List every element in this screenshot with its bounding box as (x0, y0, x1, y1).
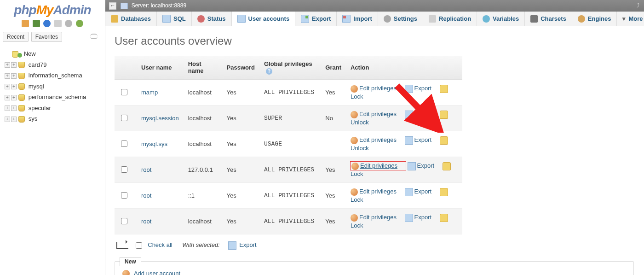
priv-cell: ALL PRIVILEGES (259, 157, 321, 182)
collapse-sidebar-icon[interactable]: ← (109, 2, 116, 10)
expand-icon[interactable]: + (11, 95, 17, 100)
help-icon[interactable] (43, 20, 51, 27)
user-link[interactable]: root (141, 218, 151, 225)
tab-favorites[interactable]: Favorites (31, 32, 62, 42)
user-link[interactable]: mamp (141, 89, 158, 96)
db-tree-item[interactable]: ++ specular (0, 103, 105, 114)
nav-tab-engines[interactable]: Engines (572, 12, 617, 26)
expand-icon[interactable]: + (5, 62, 10, 68)
edit-privileges-link[interactable]: Edit privileges (359, 111, 397, 117)
nav-tab-settings[interactable]: Settings (378, 12, 423, 26)
col-pwd[interactable]: Password (222, 56, 259, 79)
edit-privileges-link[interactable]: Edit privileges (359, 136, 397, 143)
logo[interactable]: phpMyAdmin (0, 3, 105, 18)
lock-icon (440, 111, 448, 119)
host-cell: localhost (184, 79, 222, 105)
lock-link[interactable]: Unlock (351, 145, 369, 152)
expand-icon[interactable]: + (11, 62, 17, 68)
action-cell: Edit privileges Export Unlock (346, 105, 462, 131)
db-tree-item[interactable]: ++ performance_schema (0, 92, 105, 103)
lock-icon (440, 136, 448, 145)
export-selected-link[interactable]: Export (239, 241, 257, 248)
nav-tab-status[interactable]: Status (192, 12, 232, 26)
link-icon[interactable] (90, 34, 98, 39)
users-table: User name Host name Password Global priv… (115, 56, 462, 234)
reload-icon[interactable] (76, 20, 83, 27)
row-checkbox[interactable] (121, 115, 127, 121)
doc-icon[interactable] (54, 20, 62, 27)
action-cell: Edit privileges Export Unlock (346, 131, 462, 157)
nav-tab-more[interactable]: More (617, 12, 644, 26)
lock-link[interactable]: Lock (351, 170, 363, 177)
row-checkbox[interactable] (121, 218, 127, 224)
export-link[interactable]: Export (414, 111, 432, 117)
row-checkbox[interactable] (121, 140, 127, 147)
nav-tab-variables[interactable]: Variables (477, 12, 525, 26)
db-tree-item[interactable]: ++ sys (0, 113, 105, 124)
export-link[interactable]: Export (414, 136, 432, 143)
nav-tab-export[interactable]: Export (295, 12, 337, 26)
expand-icon[interactable]: + (5, 73, 10, 79)
export-link[interactable]: Export (414, 85, 432, 92)
db-tree-item[interactable]: ++ information_schema (0, 70, 105, 81)
nav-tab-replication[interactable]: Replication (423, 12, 477, 26)
tab-recent[interactable]: Recent (3, 32, 29, 42)
col-user[interactable]: User name (137, 56, 184, 79)
expand-icon[interactable]: + (5, 95, 10, 100)
row-checkbox[interactable] (121, 89, 127, 95)
row-checkbox[interactable] (121, 192, 127, 199)
col-grant[interactable]: Grant (321, 56, 346, 79)
expand-icon[interactable]: + (5, 84, 10, 89)
edit-privileges-link[interactable]: Edit privileges (359, 85, 397, 92)
panel-new: New Add user account (115, 261, 634, 275)
edit-privileges-link[interactable]: Edit privileges (359, 214, 397, 221)
export-link[interactable]: Export (414, 214, 432, 221)
export-icon (405, 85, 413, 93)
server-label: Server: localhost:8889 (132, 2, 186, 9)
expand-icon[interactable]: + (11, 84, 17, 89)
expand-icon[interactable]: + (5, 105, 10, 111)
db-tree-item[interactable]: New (0, 48, 105, 59)
expand-icon[interactable]: + (11, 117, 17, 122)
user-link[interactable]: mysql.session (141, 115, 179, 122)
edit-privileges-link[interactable]: Edit privileges (360, 162, 397, 169)
help-icon[interactable]: ? (266, 68, 272, 75)
nav-tab-databases[interactable]: Databases (105, 12, 157, 26)
db-tree-label: sys (29, 115, 38, 122)
export-icon (405, 188, 413, 196)
database-icon (18, 105, 25, 111)
sql-icon (162, 15, 171, 23)
user-link[interactable]: mysql.sys (141, 140, 167, 147)
check-all-label[interactable]: Check all (148, 241, 172, 248)
nav-tab-charsets[interactable]: Charsets (525, 12, 572, 26)
lock-link[interactable]: Lock (351, 196, 363, 203)
gear-icon[interactable] (65, 20, 72, 27)
add-user-link[interactable]: Add user account (134, 270, 180, 275)
user-link[interactable]: root (141, 166, 151, 173)
db-tree-item[interactable]: ++ card79 (0, 59, 105, 70)
check-all-checkbox[interactable] (136, 242, 142, 249)
nav-tab-sql[interactable]: SQL (157, 12, 192, 26)
db-tree-item[interactable]: ++ mysql (0, 81, 105, 92)
col-host[interactable]: Host name (184, 56, 222, 79)
export-icon (228, 241, 236, 250)
go-top-icon[interactable]: ⤴ (637, 0, 639, 11)
user-link[interactable]: root (141, 192, 151, 199)
export-link[interactable]: Export (417, 162, 435, 169)
expand-icon[interactable]: + (11, 105, 17, 111)
host-cell: localhost (184, 131, 222, 157)
lock-link[interactable]: Unlock (351, 119, 369, 126)
col-priv[interactable]: Global privileges? (259, 56, 321, 79)
grant-cell (321, 131, 346, 157)
lock-link[interactable]: Lock (351, 222, 363, 229)
edit-privileges-link[interactable]: Edit privileges (359, 188, 397, 195)
nav-tab-import[interactable]: Import (337, 12, 378, 26)
expand-icon[interactable]: + (5, 117, 10, 122)
row-checkbox[interactable] (121, 166, 127, 173)
export-link[interactable]: Export (414, 188, 432, 195)
chart-icon[interactable] (33, 20, 40, 27)
home-icon[interactable] (22, 20, 29, 27)
lock-link[interactable]: Lock (351, 93, 363, 100)
expand-icon[interactable]: + (11, 73, 17, 79)
nav-tab-user-accounts[interactable]: User accounts (232, 12, 296, 26)
